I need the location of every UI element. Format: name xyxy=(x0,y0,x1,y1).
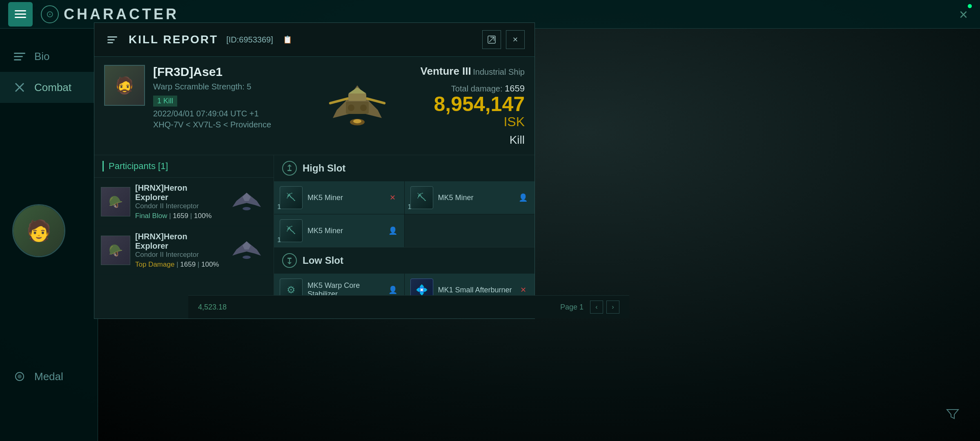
export-button[interactable] xyxy=(482,30,501,49)
participants-title: Participants [1] xyxy=(102,161,168,172)
medal-icon xyxy=(12,369,27,384)
modal-id: [ID:6953369] xyxy=(226,35,273,45)
isk-label: ISK xyxy=(503,114,525,129)
copy-icon[interactable]: 📋 xyxy=(283,35,292,44)
damage-value: 1659 xyxy=(505,83,525,94)
participant-name-2: [HRNX]Heron Explorer xyxy=(135,232,221,251)
svg-point-18 xyxy=(243,256,251,259)
victim-name: [FR3D]Ase1 xyxy=(153,65,296,79)
sidebar-bio-label: Bio xyxy=(34,50,50,63)
svg-point-1 xyxy=(18,374,22,379)
high-slot-icon xyxy=(282,161,297,176)
combat-icon xyxy=(12,80,27,95)
kill-info: 🧔 [FR3D]Ase1 Warp Scramble Strength: 5 1… xyxy=(94,57,535,155)
item-status-x-2: ✕ xyxy=(517,284,529,296)
hamburger-icon xyxy=(15,10,26,18)
high-slot-section: High Slot 1 ⛏ MK5 Miner ✕ 1 ⛏ MK5 Miner xyxy=(274,155,535,247)
participants-panel: Participants [1] 🪖 [HRNX]Heron Explorer … xyxy=(94,155,274,318)
isk-value: 8,954,147 xyxy=(434,93,525,116)
close-modal-button[interactable]: × xyxy=(506,30,525,49)
modal-header: KILL REPORT [ID:6953369] 📋 × xyxy=(94,23,535,57)
svg-point-6 xyxy=(360,105,367,111)
kill-location: XHQ-7V < XV7L-S < Providence xyxy=(153,120,296,129)
sidebar-item-medal[interactable]: Medal xyxy=(0,361,98,392)
bottom-value: 4,523.18 xyxy=(198,303,227,312)
item-name-3: MK5 Miner xyxy=(307,227,382,235)
panels: Participants [1] 🪖 [HRNX]Heron Explorer … xyxy=(94,155,535,318)
avatar-image: 🧑 xyxy=(13,205,64,256)
svg-rect-11 xyxy=(348,94,366,101)
low-slot-title: Low Slot xyxy=(303,255,343,266)
participant-info-1: [HRNX]Heron Explorer Condor II Intercept… xyxy=(135,183,221,220)
item-name-1: MK5 Miner xyxy=(307,194,382,202)
app-title: CHARACTER xyxy=(64,6,179,23)
participant-row: 🪖 [HRNX]Heron Explorer Condor II Interce… xyxy=(94,178,274,226)
miner-icon-3: ⛏ xyxy=(280,219,303,242)
page-label: Page 1 xyxy=(560,303,584,312)
participant-stats-2: Top Damage | 1659 | 100% xyxy=(135,261,221,269)
high-slot-item-3[interactable]: 1 ⛏ MK5 Miner 👤 xyxy=(274,214,404,247)
sidebar: Bio Combat 🧑 Medal xyxy=(0,29,98,441)
item-status-person-3: 👤 xyxy=(387,284,399,296)
item-name-low-2: MK1 Small Afterburner xyxy=(438,286,513,294)
close-icon: × xyxy=(513,34,518,45)
kill-datetime: 2022/04/01 07:49:04 UTC +1 xyxy=(153,109,296,118)
modal-bottom-bar: 4,523.18 Page 1 ‹ › xyxy=(188,295,629,318)
svg-rect-20 xyxy=(287,258,292,259)
participant-avatar-1: 🪖 xyxy=(101,187,130,216)
prev-page-button[interactable]: ‹ xyxy=(590,301,603,314)
ship-image xyxy=(304,65,410,147)
character-icon: ⊙ xyxy=(41,5,59,23)
ship-name: Venture III xyxy=(421,65,471,77)
bio-icon xyxy=(12,49,27,64)
modal-menu-button[interactable] xyxy=(104,31,120,48)
high-slot-item-4 xyxy=(405,214,535,247)
modal-actions: × xyxy=(482,30,525,49)
item-status-person-1: 👤 xyxy=(517,192,529,203)
sidebar-combat-label: Combat xyxy=(34,81,71,94)
participant-ship-1: Condor II Interceptor xyxy=(135,202,221,210)
high-slot-item-1[interactable]: 1 ⛏ MK5 Miner ✕ xyxy=(274,181,404,214)
page-nav: ‹ › xyxy=(590,301,619,314)
miner-icon-1: ⛏ xyxy=(280,186,303,209)
ship-stats: Venture III Industrial Ship Total damage… xyxy=(419,65,525,147)
kill-report-modal: KILL REPORT [ID:6953369] 📋 × 🧔 [FR3D]Ase… xyxy=(94,22,535,319)
page-info: Page 1 ‹ › xyxy=(560,301,619,314)
participant-avatar-2: 🪖 xyxy=(101,236,130,265)
high-slot-title: High Slot xyxy=(303,163,345,174)
item-status-x-1: ✕ xyxy=(387,192,399,203)
low-slot-header: Low Slot xyxy=(274,247,535,274)
participant-name-1: [HRNX]Heron Explorer xyxy=(135,183,221,202)
victim-warp-scramble: Warp Scramble Strength: 5 xyxy=(153,82,296,91)
high-slot-items: 1 ⛏ MK5 Miner ✕ 1 ⛏ MK5 Miner 👤 1 xyxy=(274,181,535,247)
app-logo: ⊙ CHARACTER xyxy=(41,5,179,23)
kill-badge: 1 Kill xyxy=(153,96,177,107)
sidebar-item-combat[interactable]: Combat xyxy=(0,72,98,103)
svg-point-10 xyxy=(353,119,361,123)
filter-button[interactable] xyxy=(942,403,964,425)
high-slot-item-2[interactable]: 1 ⛏ MK5 Miner 👤 xyxy=(405,181,535,214)
participant-stats-1: Final Blow | 1659 | 100% xyxy=(135,212,221,220)
victim-avatar: 🧔 xyxy=(104,65,145,106)
participant-ship-2: Condor II Interceptor xyxy=(135,251,221,259)
victim-info: [FR3D]Ase1 Warp Scramble Strength: 5 1 K… xyxy=(153,65,296,147)
top-close-button[interactable]: × xyxy=(959,6,968,23)
status-dot xyxy=(968,4,972,8)
next-page-button[interactable]: › xyxy=(606,301,619,314)
menu-button[interactable] xyxy=(8,2,33,27)
sidebar-item-bio[interactable]: Bio xyxy=(0,41,98,72)
svg-marker-12 xyxy=(348,87,366,94)
miner-icon-2: ⛏ xyxy=(410,186,433,209)
ship-type: Industrial Ship xyxy=(473,67,525,76)
equipment-panel: High Slot 1 ⛏ MK5 Miner ✕ 1 ⛏ MK5 Miner xyxy=(274,155,535,318)
item-name-2: MK5 Miner xyxy=(438,194,513,202)
svg-point-15 xyxy=(243,207,251,210)
sidebar-medal-label: Medal xyxy=(34,370,63,383)
avatar: 🧑 xyxy=(12,204,65,257)
kill-type: Kill xyxy=(419,134,525,147)
low-slot-icon xyxy=(282,253,297,268)
participant-info-2: [HRNX]Heron Explorer Condor II Intercept… xyxy=(135,232,221,269)
ship-thumb-1 xyxy=(226,189,267,214)
high-slot-header: High Slot xyxy=(274,155,535,181)
modal-title: KILL REPORT xyxy=(129,33,218,46)
